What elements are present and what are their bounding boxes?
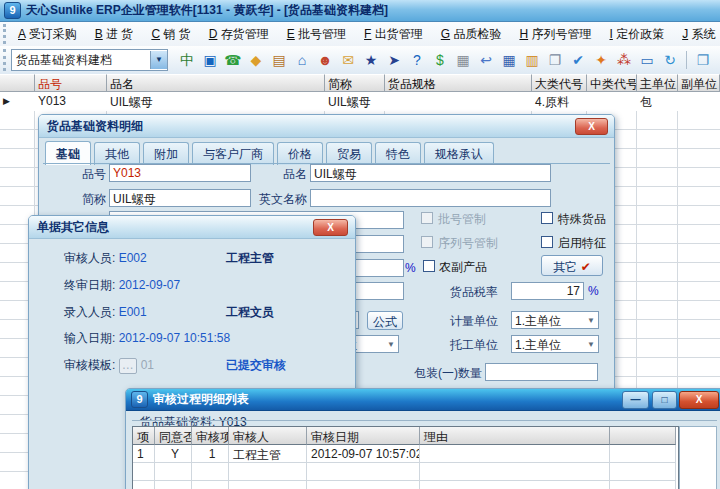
grid-header-5[interactable]: 大类代号	[532, 74, 587, 92]
chevron-down-icon[interactable]: ▼	[150, 51, 167, 69]
home-icon[interactable]: ⌂	[293, 51, 311, 69]
calculator-icon[interactable]: ▦	[500, 51, 518, 69]
money-icon[interactable]: $	[431, 51, 449, 69]
chevron-down-icon[interactable]: ▼	[587, 316, 595, 325]
approve-check-icon[interactable]: ✔	[569, 51, 587, 69]
consign-unit-dropdown[interactable]: 1.主单位 ▼	[511, 335, 599, 353]
workstation-icon[interactable]: ▣	[201, 51, 219, 69]
grid-header-1[interactable]: 品号	[35, 74, 107, 92]
serial-control-checkbox[interactable]	[421, 236, 433, 248]
audit-cell[interactable]: Y	[155, 445, 192, 463]
grid-header-7[interactable]: 主单位	[637, 74, 678, 92]
audit-cell[interactable]: 1	[192, 445, 229, 463]
remote-desktop-icon[interactable]: ▭	[638, 51, 656, 69]
menu-item-c[interactable]: C 销 货	[142, 24, 199, 45]
measure-unit-dropdown[interactable]: 1.主单位 ▼	[511, 311, 599, 329]
help-icon[interactable]: ?	[408, 51, 426, 69]
window-titlebar[interactable]: 9 天心Sunlike ERP企业管理软件[1131 - 黄跃华] - [货品基…	[0, 0, 720, 22]
agri-product-checkbox[interactable]	[423, 260, 435, 272]
bookmark-icon[interactable]: ★	[362, 51, 380, 69]
phone-icon[interactable]: ☎	[224, 51, 242, 69]
item-detail-close-button[interactable]: X	[575, 118, 608, 135]
menu-item-b[interactable]: B 进 货	[86, 24, 143, 45]
menu-item-f[interactable]: F 出货管理	[355, 24, 432, 45]
window-icon[interactable]: ❐	[694, 51, 712, 69]
audit-empty-cell[interactable]	[133, 481, 155, 489]
archive-box-icon[interactable]: ▥	[523, 51, 541, 69]
grid-header-2[interactable]: 品名	[107, 74, 325, 92]
audit-cell[interactable]: 工程主管	[229, 445, 307, 463]
special-goods-checkbox[interactable]	[541, 212, 553, 224]
audit-header-1[interactable]: 同意否	[155, 427, 192, 445]
tab-特色[interactable]: 特色	[375, 142, 421, 165]
orgchart-icon[interactable]: ⁂	[615, 51, 633, 69]
item-name-input[interactable]: UIL螺母	[310, 164, 551, 182]
grid-cell-5[interactable]: 4.原料	[532, 92, 587, 111]
cart-icon[interactable]: ▦	[454, 51, 472, 69]
audit-header-2[interactable]: 审核项	[192, 427, 229, 445]
chevron-down-icon[interactable]: ▼	[387, 340, 395, 349]
tab-附加[interactable]: 附加	[143, 142, 189, 165]
menu-item-e[interactable]: E 批号管理	[278, 24, 355, 45]
function-combobox[interactable]: 货品基础资料建档 ▼	[11, 49, 168, 71]
grid-header-3[interactable]: 简称	[325, 74, 385, 92]
pin-icon[interactable]: ➤	[385, 51, 403, 69]
tab-规格承认[interactable]: 规格承认	[424, 142, 494, 165]
bell-icon[interactable]: ✦	[592, 51, 610, 69]
refresh-icon[interactable]: ↻	[661, 51, 679, 69]
doc-other-info-close-button[interactable]: X	[313, 219, 348, 236]
audit-header-3[interactable]: 审核人	[229, 427, 307, 445]
audit-empty-cell[interactable]	[229, 463, 307, 481]
tab-与客户厂商[interactable]: 与客户厂商	[192, 142, 274, 165]
audit-cell[interactable]	[420, 445, 610, 463]
grid-cell-2[interactable]: UIL螺母	[107, 92, 325, 111]
copy-icon[interactable]: ❐	[546, 51, 564, 69]
grid-header-4[interactable]: 货品规格	[385, 74, 532, 92]
grid-cell-1[interactable]: Y013	[35, 92, 107, 111]
grid-marker-header[interactable]	[0, 74, 35, 92]
audit-empty-cell[interactable]	[420, 481, 610, 489]
ime-switch-icon[interactable]: 中	[178, 51, 196, 69]
audit-header-4[interactable]: 审核日期	[307, 427, 420, 445]
grid-cell-6[interactable]	[587, 92, 637, 111]
audit-empty-cell[interactable]	[229, 481, 307, 489]
grid-cell-3[interactable]: UIL螺母	[325, 92, 385, 111]
menubar-grip[interactable]	[3, 24, 6, 43]
mail-icon[interactable]: ✉	[339, 51, 357, 69]
grid-cell-4[interactable]	[385, 92, 532, 111]
lock-icon[interactable]: ◆	[247, 51, 265, 69]
audit-header-5[interactable]: 理由	[420, 427, 610, 445]
formula-button[interactable]: 公式	[367, 311, 403, 330]
package-qty-input[interactable]	[485, 363, 598, 381]
chevron-down-icon[interactable]: ▼	[587, 340, 595, 349]
tab-基础[interactable]: 基础	[45, 141, 91, 165]
other-button[interactable]: 其它 ✔	[541, 255, 603, 276]
enable-feature-checkbox[interactable]	[541, 236, 553, 248]
item-no-input[interactable]: Y013	[109, 164, 251, 182]
audit-header-0[interactable]: 项	[133, 427, 155, 445]
briefcase-icon[interactable]: ▤	[270, 51, 288, 69]
audit-close-button[interactable]: X	[679, 391, 719, 409]
menu-item-d[interactable]: D 存货管理	[200, 24, 278, 45]
template-picker-button[interactable]: …	[119, 358, 137, 374]
grid-header-8[interactable]: 副单位	[678, 74, 720, 92]
item-detail-dialog-titlebar[interactable]: 货品基础资料明细	[39, 115, 614, 138]
tab-贸易[interactable]: 贸易	[326, 142, 372, 165]
audit-empty-cell[interactable]	[307, 463, 420, 481]
audit-empty-cell[interactable]	[610, 481, 676, 489]
audit-header-6[interactable]	[610, 427, 676, 445]
audit-empty-cell[interactable]	[155, 463, 192, 481]
toolbar-grip[interactable]	[3, 49, 6, 71]
audit-empty-cell[interactable]	[420, 463, 610, 481]
audit-empty-cell[interactable]	[307, 481, 420, 489]
audit-cell[interactable]	[610, 445, 676, 463]
grid-header-6[interactable]: 中类代号	[587, 74, 637, 92]
english-name-input[interactable]	[310, 189, 551, 207]
batch-control-checkbox[interactable]	[421, 212, 433, 224]
undo-icon[interactable]: ↩	[477, 51, 495, 69]
grid-cell-8[interactable]	[678, 92, 720, 111]
audit-empty-cell[interactable]	[192, 481, 229, 489]
audit-minimize-button[interactable]: —	[622, 391, 649, 409]
grid-cell-7[interactable]: 包	[637, 92, 678, 111]
tab-价格[interactable]: 价格	[277, 142, 323, 165]
